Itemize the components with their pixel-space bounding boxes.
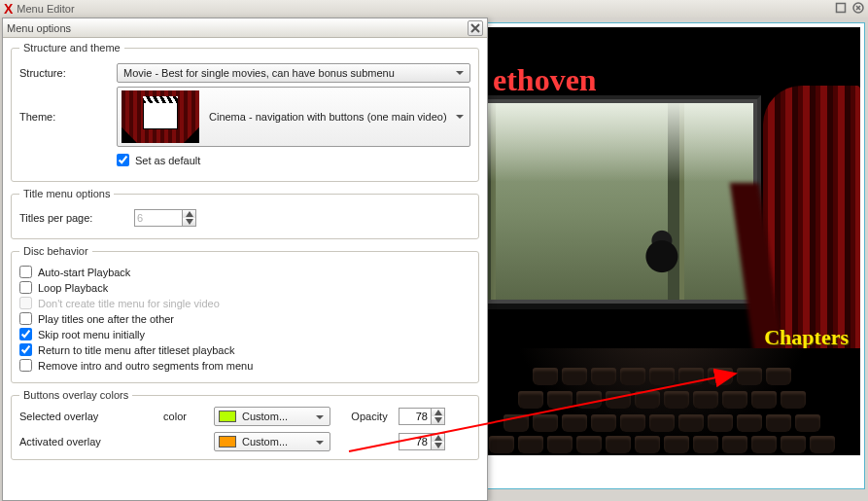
buttons-overlay-legend: Buttons overlay colors: [19, 389, 132, 401]
preview-seats: [464, 348, 860, 455]
activated-overlay-swatch: [219, 436, 236, 447]
disc-option-label: Play titles one after the other: [38, 313, 174, 325]
buttons-overlay-group: Buttons overlay colors Selected overlay …: [11, 389, 479, 460]
preview-movie-picture: [468, 103, 753, 300]
structure-select[interactable]: Movie - Best for single movies, can have…: [117, 63, 470, 83]
titles-per-page-value: [137, 212, 186, 224]
activated-overlay-label: Activated overlay: [19, 436, 136, 447]
activated-overlay-opacity-stepper[interactable]: [432, 433, 445, 450]
disc-option-label: Auto-start Playback: [38, 267, 130, 278]
titles-per-page-label: Titles per page:: [19, 212, 134, 224]
activated-overlay-color-select[interactable]: Custom...: [214, 432, 330, 451]
disc-option-label: Don't create title menu for single video: [38, 298, 220, 309]
chevron-down-icon: [454, 67, 466, 79]
parent-maximize-icon[interactable]: [833, 0, 849, 16]
disc-option-6[interactable]: Remove intro and outro segments from men…: [19, 359, 470, 372]
step-up-icon[interactable]: [432, 434, 444, 442]
theme-value: Cinema - navigation with buttons (one ma…: [209, 111, 447, 123]
preview-movie-title: ethoven: [493, 62, 597, 98]
preview-screen-frame: [464, 95, 761, 309]
parent-window-titlebar: X Menu Editor: [0, 0, 868, 18]
opacity-header: Opacity: [340, 411, 399, 422]
disc-option-2: Don't create title menu for single video: [19, 297, 470, 309]
selected-overlay-swatch: [219, 411, 236, 422]
structure-theme-legend: Structure and theme: [19, 42, 124, 54]
titles-per-page-spinner[interactable]: [134, 209, 183, 227]
svg-rect-0: [837, 4, 846, 13]
structure-label: Structure:: [19, 67, 117, 79]
dialog-close-button[interactable]: [468, 20, 483, 36]
dialog-title: Menu options: [7, 22, 71, 34]
structure-value: Movie - Best for single movies, can have…: [123, 67, 395, 79]
preview-chapters-button[interactable]: Chapters: [764, 325, 849, 350]
dialog-titlebar[interactable]: Menu options: [3, 18, 487, 38]
disc-option-label: Loop Playback: [38, 282, 108, 294]
disc-option-5[interactable]: Return to title menu after titleset play…: [19, 343, 470, 356]
menu-options-dialog: Menu options Structure and theme Structu…: [2, 18, 488, 501]
selected-overlay-opacity-input[interactable]: [399, 408, 432, 425]
set-default-checkbox[interactable]: Set as default: [117, 154, 200, 166]
chevron-down-icon: [314, 437, 326, 448]
activated-overlay-opacity-input[interactable]: [399, 433, 432, 450]
activated-overlay-color-text: Custom...: [242, 436, 288, 447]
disc-option-label: Skip root menu initially: [38, 329, 145, 340]
selected-overlay-color-select[interactable]: Custom...: [214, 407, 330, 426]
step-down-icon[interactable]: [432, 416, 444, 424]
parent-close-icon[interactable]: [851, 0, 866, 16]
disc-option-3[interactable]: Play titles one after the other: [19, 312, 470, 325]
close-icon: [470, 23, 480, 33]
selected-overlay-label: Selected overlay: [19, 411, 136, 422]
theme-thumbnail: [122, 90, 199, 143]
set-default-label: Set as default: [135, 155, 200, 166]
title-menu-group: Title menu options Titles per page:: [11, 188, 479, 239]
selected-overlay-color-text: Custom...: [242, 411, 288, 422]
chevron-down-icon: [454, 111, 466, 123]
menu-preview-panel: ethoven Chapters: [459, 22, 865, 489]
app-logo: X: [4, 1, 13, 17]
structure-theme-group: Structure and theme Structure: Movie - B…: [11, 42, 479, 182]
disc-option-4[interactable]: Skip root menu initially: [19, 328, 470, 340]
chevron-down-icon: [314, 412, 326, 423]
parent-window-title: Menu Editor: [17, 3, 74, 15]
disc-option-1[interactable]: Loop Playback: [19, 281, 470, 294]
color-header: color: [136, 411, 214, 422]
selected-overlay-opacity-stepper[interactable]: [432, 408, 445, 425]
disc-behavior-legend: Disc behavior: [19, 245, 92, 257]
theme-label: Theme:: [19, 111, 117, 123]
disc-option-0[interactable]: Auto-start Playback: [19, 266, 470, 278]
step-up-icon[interactable]: [432, 409, 444, 416]
theme-select[interactable]: Cinema - navigation with buttons (one ma…: [117, 87, 470, 147]
step-down-icon[interactable]: [432, 442, 444, 449]
disc-option-label: Remove intro and outro segments from men…: [38, 360, 253, 372]
disc-option-label: Return to title menu after titleset play…: [38, 344, 234, 356]
menu-preview: ethoven Chapters: [464, 27, 860, 455]
disc-behavior-group: Disc behavior Auto-start PlaybackLoop Pl…: [11, 245, 479, 383]
title-menu-legend: Title menu options: [19, 188, 114, 199]
